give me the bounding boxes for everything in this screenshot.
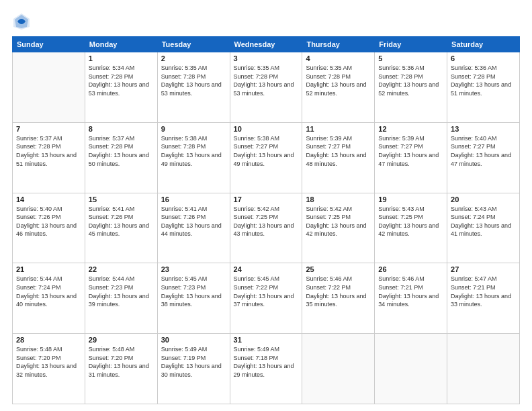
calendar-cell <box>447 334 520 404</box>
day-info: Sunrise: 5:44 AMSunset: 7:23 PMDaylight:… <box>89 275 154 308</box>
day-number: 9 <box>161 125 226 133</box>
calendar-cell: 8Sunrise: 5:37 AMSunset: 7:28 PMDaylight… <box>85 122 157 193</box>
day-info: Sunrise: 5:42 AMSunset: 7:25 PMDaylight:… <box>306 205 371 238</box>
calendar-cell: 11Sunrise: 5:39 AMSunset: 7:27 PMDayligh… <box>302 122 375 193</box>
calendar-cell: 9Sunrise: 5:38 AMSunset: 7:28 PMDaylight… <box>157 122 230 193</box>
day-info: Sunrise: 5:41 AMSunset: 7:26 PMDaylight:… <box>161 205 226 238</box>
calendar-cell: 14Sunrise: 5:40 AMSunset: 7:26 PMDayligh… <box>13 193 85 263</box>
calendar-cell: 24Sunrise: 5:45 AMSunset: 7:22 PMDayligh… <box>230 263 302 334</box>
day-number: 31 <box>234 336 299 344</box>
day-info: Sunrise: 5:43 AMSunset: 7:25 PMDaylight:… <box>378 205 443 238</box>
calendar-cell: 1Sunrise: 5:34 AMSunset: 7:28 PMDaylight… <box>85 52 157 123</box>
day-number: 23 <box>161 265 226 273</box>
col-header-sunday: Sunday <box>13 37 85 52</box>
calendar-week-2: 7Sunrise: 5:37 AMSunset: 7:28 PMDaylight… <box>13 122 520 193</box>
day-number: 15 <box>89 195 154 203</box>
day-number: 26 <box>378 265 443 273</box>
calendar-table: SundayMondayTuesdayWednesdayThursdayFrid… <box>12 36 520 404</box>
day-info: Sunrise: 5:40 AMSunset: 7:26 PMDaylight:… <box>16 205 81 238</box>
day-number: 5 <box>378 54 443 62</box>
calendar-cell: 19Sunrise: 5:43 AMSunset: 7:25 PMDayligh… <box>375 193 447 263</box>
day-number: 10 <box>234 125 299 133</box>
day-number: 25 <box>306 265 371 273</box>
day-info: Sunrise: 5:40 AMSunset: 7:27 PMDaylight:… <box>451 134 516 168</box>
day-info: Sunrise: 5:45 AMSunset: 7:23 PMDaylight:… <box>161 275 226 308</box>
day-number: 29 <box>89 336 154 344</box>
day-number: 30 <box>161 336 226 344</box>
day-number: 18 <box>306 195 371 203</box>
calendar-cell <box>375 334 447 404</box>
calendar-cell: 21Sunrise: 5:44 AMSunset: 7:24 PMDayligh… <box>13 263 85 334</box>
col-header-monday: Monday <box>85 37 157 52</box>
col-header-tuesday: Tuesday <box>157 37 230 52</box>
calendar-cell: 5Sunrise: 5:36 AMSunset: 7:28 PMDaylight… <box>375 52 447 123</box>
day-number: 3 <box>234 54 299 62</box>
day-number: 24 <box>234 265 299 273</box>
day-info: Sunrise: 5:42 AMSunset: 7:25 PMDaylight:… <box>234 205 299 238</box>
day-info: Sunrise: 5:35 AMSunset: 7:28 PMDaylight:… <box>306 64 371 97</box>
calendar-cell: 27Sunrise: 5:47 AMSunset: 7:21 PMDayligh… <box>447 263 520 334</box>
calendar-cell: 4Sunrise: 5:35 AMSunset: 7:28 PMDaylight… <box>302 52 375 123</box>
day-info: Sunrise: 5:39 AMSunset: 7:27 PMDaylight:… <box>378 134 443 168</box>
calendar-cell: 16Sunrise: 5:41 AMSunset: 7:26 PMDayligh… <box>157 193 230 263</box>
day-number: 4 <box>306 54 371 62</box>
day-number: 11 <box>306 125 371 133</box>
calendar-cell: 7Sunrise: 5:37 AMSunset: 7:28 PMDaylight… <box>13 122 85 193</box>
day-info: Sunrise: 5:48 AMSunset: 7:20 PMDaylight:… <box>89 345 154 379</box>
day-info: Sunrise: 5:38 AMSunset: 7:27 PMDaylight:… <box>234 134 299 168</box>
day-info: Sunrise: 5:37 AMSunset: 7:28 PMDaylight:… <box>89 134 154 168</box>
calendar-cell: 26Sunrise: 5:46 AMSunset: 7:21 PMDayligh… <box>375 263 447 334</box>
calendar-cell: 30Sunrise: 5:49 AMSunset: 7:19 PMDayligh… <box>157 334 230 404</box>
calendar-week-1: 1Sunrise: 5:34 AMSunset: 7:28 PMDaylight… <box>13 52 520 123</box>
calendar-cell: 25Sunrise: 5:46 AMSunset: 7:22 PMDayligh… <box>302 263 375 334</box>
day-number: 6 <box>451 54 516 62</box>
day-number: 7 <box>16 125 81 133</box>
day-number: 21 <box>16 265 81 273</box>
day-number: 16 <box>161 195 226 203</box>
day-number: 12 <box>378 125 443 133</box>
col-header-thursday: Thursday <box>302 37 375 52</box>
calendar-week-4: 21Sunrise: 5:44 AMSunset: 7:24 PMDayligh… <box>13 263 520 334</box>
day-info: Sunrise: 5:36 AMSunset: 7:28 PMDaylight:… <box>451 64 516 97</box>
calendar-week-5: 28Sunrise: 5:48 AMSunset: 7:20 PMDayligh… <box>13 334 520 404</box>
calendar-cell: 18Sunrise: 5:42 AMSunset: 7:25 PMDayligh… <box>302 193 375 263</box>
day-info: Sunrise: 5:41 AMSunset: 7:26 PMDaylight:… <box>89 205 154 238</box>
day-info: Sunrise: 5:38 AMSunset: 7:28 PMDaylight:… <box>161 134 226 168</box>
day-number: 1 <box>89 54 154 62</box>
day-number: 2 <box>161 54 226 62</box>
logo-icon <box>12 12 31 31</box>
day-info: Sunrise: 5:35 AMSunset: 7:28 PMDaylight:… <box>161 64 226 97</box>
col-header-saturday: Saturday <box>447 37 520 52</box>
day-info: Sunrise: 5:46 AMSunset: 7:21 PMDaylight:… <box>378 275 443 308</box>
calendar-cell: 20Sunrise: 5:43 AMSunset: 7:24 PMDayligh… <box>447 193 520 263</box>
calendar-cell: 3Sunrise: 5:35 AMSunset: 7:28 PMDaylight… <box>230 52 302 123</box>
day-number: 17 <box>234 195 299 203</box>
calendar-cell: 15Sunrise: 5:41 AMSunset: 7:26 PMDayligh… <box>85 193 157 263</box>
day-info: Sunrise: 5:47 AMSunset: 7:21 PMDaylight:… <box>451 275 516 308</box>
day-info: Sunrise: 5:44 AMSunset: 7:24 PMDaylight:… <box>16 275 81 308</box>
day-number: 28 <box>16 336 81 344</box>
day-number: 27 <box>451 265 516 273</box>
calendar-cell <box>13 52 85 123</box>
day-info: Sunrise: 5:49 AMSunset: 7:19 PMDaylight:… <box>161 345 226 379</box>
calendar-cell: 17Sunrise: 5:42 AMSunset: 7:25 PMDayligh… <box>230 193 302 263</box>
calendar-cell: 22Sunrise: 5:44 AMSunset: 7:23 PMDayligh… <box>85 263 157 334</box>
day-info: Sunrise: 5:49 AMSunset: 7:18 PMDaylight:… <box>234 345 299 379</box>
calendar-cell <box>302 334 375 404</box>
calendar-cell: 13Sunrise: 5:40 AMSunset: 7:27 PMDayligh… <box>447 122 520 193</box>
day-number: 22 <box>89 265 154 273</box>
calendar-week-3: 14Sunrise: 5:40 AMSunset: 7:26 PMDayligh… <box>13 193 520 263</box>
logo <box>12 12 34 31</box>
day-info: Sunrise: 5:45 AMSunset: 7:22 PMDaylight:… <box>234 275 299 308</box>
header <box>12 12 520 31</box>
calendar-cell: 23Sunrise: 5:45 AMSunset: 7:23 PMDayligh… <box>157 263 230 334</box>
calendar-cell: 12Sunrise: 5:39 AMSunset: 7:27 PMDayligh… <box>375 122 447 193</box>
day-info: Sunrise: 5:35 AMSunset: 7:28 PMDaylight:… <box>234 64 299 97</box>
calendar-cell: 29Sunrise: 5:48 AMSunset: 7:20 PMDayligh… <box>85 334 157 404</box>
day-info: Sunrise: 5:36 AMSunset: 7:28 PMDaylight:… <box>378 64 443 97</box>
day-number: 14 <box>16 195 81 203</box>
day-number: 19 <box>378 195 443 203</box>
day-info: Sunrise: 5:46 AMSunset: 7:22 PMDaylight:… <box>306 275 371 308</box>
calendar-cell: 10Sunrise: 5:38 AMSunset: 7:27 PMDayligh… <box>230 122 302 193</box>
day-info: Sunrise: 5:48 AMSunset: 7:20 PMDaylight:… <box>16 345 81 379</box>
